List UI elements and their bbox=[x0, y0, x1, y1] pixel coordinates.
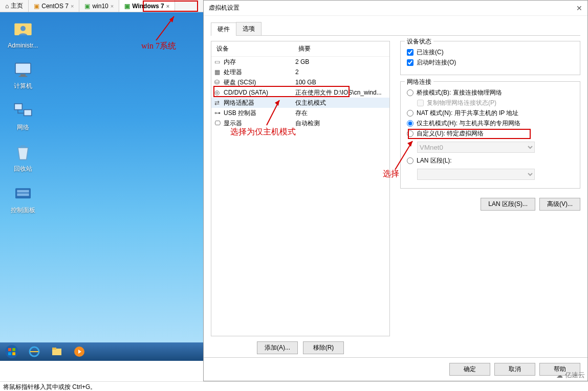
radio-host-only[interactable]: 仅主机模式(H): 与主机共享的专用网络 bbox=[407, 119, 574, 128]
radio-lan-segment[interactable]: LAN 区段(L): bbox=[407, 156, 574, 165]
start-button[interactable] bbox=[2, 344, 21, 359]
svg-rect-4 bbox=[19, 76, 28, 77]
guest-desktop: Administr... 计算机 网络 回收站 控制面板 bbox=[0, 12, 203, 361]
ok-button[interactable]: 确定 bbox=[449, 363, 490, 376]
group-device-state: 设备状态 已连接(C) 启动时连接(O) bbox=[400, 41, 580, 75]
vm-settings-dialog: 虚拟机设置 ✕ 硬件 选项 设备摘要 ▭内存2 GB ▦处理器2 ⛁硬盘 (SC… bbox=[203, 0, 588, 381]
chk-connect-at-poweron[interactable]: 启动时连接(O) bbox=[407, 58, 574, 67]
svg-point-10 bbox=[5, 345, 18, 358]
tab-home[interactable]: ⌂主页 bbox=[0, 0, 29, 12]
radio-bridged[interactable]: 桥接模式(B): 直接连接物理网络 bbox=[407, 88, 574, 97]
status-bar: 将鼠标指针移入其中或按 Ctrl+G。 bbox=[0, 381, 588, 391]
hw-network-adapter[interactable]: ⇄网络适配器仅主机模式 bbox=[211, 98, 389, 108]
svg-rect-9 bbox=[17, 193, 29, 196]
display-icon: 🖵 bbox=[214, 120, 222, 127]
desktop-icon-admin[interactable]: Administr... bbox=[5, 19, 41, 49]
explorer-icon[interactable] bbox=[47, 344, 67, 359]
cloud-icon: ☁ bbox=[556, 372, 563, 379]
cancel-button[interactable]: 取消 bbox=[494, 363, 535, 376]
ie-icon[interactable] bbox=[25, 344, 44, 359]
taskbar bbox=[0, 342, 203, 361]
desktop-icon-control[interactable]: 控制面板 bbox=[5, 183, 41, 215]
svg-rect-14 bbox=[12, 352, 15, 355]
radio-nat[interactable]: NAT 模式(N): 用于共享主机的 IP 地址 bbox=[407, 109, 574, 118]
remove-button[interactable]: 移除(R) bbox=[303, 341, 344, 354]
vmnet-select[interactable]: VMnet0 bbox=[417, 142, 535, 153]
lan-select[interactable] bbox=[417, 169, 535, 180]
hardware-list: 设备摘要 ▭内存2 GB ▦处理器2 ⛁硬盘 (SCSI)100 GB ◎CD/… bbox=[211, 41, 390, 336]
svg-rect-8 bbox=[17, 190, 29, 193]
hw-disk[interactable]: ⛁硬盘 (SCSI)100 GB bbox=[211, 77, 389, 87]
disk-icon: ⛁ bbox=[214, 79, 222, 86]
network-icon: ⇄ bbox=[214, 99, 222, 106]
media-icon[interactable] bbox=[70, 344, 89, 359]
close-icon[interactable]: ✕ bbox=[576, 4, 582, 12]
svg-rect-5 bbox=[14, 104, 22, 110]
desktop-icon-network[interactable]: 网络 bbox=[5, 101, 41, 132]
advanced-button[interactable]: 高级(V)... bbox=[539, 198, 580, 211]
svg-rect-6 bbox=[24, 110, 32, 116]
add-button[interactable]: 添加(A)... bbox=[257, 341, 298, 354]
cd-icon: ◎ bbox=[214, 89, 222, 96]
tab-win10[interactable]: ▣win10× bbox=[79, 0, 119, 12]
vm-icon: ▣ bbox=[124, 3, 130, 10]
desktop-icon-computer[interactable]: 计算机 bbox=[5, 59, 41, 90]
radio-custom[interactable]: 自定义(U): 特定虚拟网络 bbox=[407, 129, 574, 138]
chk-replicate: 复制物理网络连接状态(P) bbox=[417, 99, 574, 107]
close-icon[interactable]: × bbox=[166, 3, 169, 9]
tab-options[interactable]: 选项 bbox=[236, 22, 262, 35]
usb-icon: ⊶ bbox=[214, 109, 222, 117]
tab-windows7[interactable]: ▣Windows 7× bbox=[119, 0, 175, 12]
group-network-connection: 网络连接 桥接模式(B): 直接连接物理网络 复制物理网络连接状态(P) NAT… bbox=[400, 81, 580, 189]
svg-rect-3 bbox=[20, 74, 26, 76]
svg-rect-12 bbox=[12, 348, 15, 351]
chk-connected[interactable]: 已连接(C) bbox=[407, 48, 574, 57]
vm-icon: ▣ bbox=[84, 3, 90, 10]
col-summary: 摘要 bbox=[293, 41, 389, 56]
vm-icon: ▣ bbox=[34, 3, 39, 10]
lan-segments-button[interactable]: LAN 区段(S)... bbox=[481, 198, 535, 211]
watermark: ☁亿速云 bbox=[556, 371, 585, 380]
tab-hardware[interactable]: 硬件 bbox=[211, 22, 236, 36]
hw-display[interactable]: 🖵显示器自动检测 bbox=[211, 118, 389, 128]
close-icon[interactable]: × bbox=[71, 3, 74, 9]
desktop-icon-recycle[interactable]: 回收站 bbox=[5, 142, 41, 173]
memory-icon: ▭ bbox=[214, 58, 222, 65]
col-device: 设备 bbox=[211, 41, 293, 56]
svg-rect-17 bbox=[52, 348, 56, 350]
tab-centos7[interactable]: ▣CentOS 7× bbox=[29, 0, 79, 12]
svg-rect-2 bbox=[15, 63, 31, 74]
hw-usb[interactable]: ⊶USB 控制器存在 bbox=[211, 108, 389, 118]
hw-cddvd[interactable]: ◎CD/DVD (SATA)正在使用文件 D:\IOS\cn_wind... bbox=[211, 87, 389, 98]
dialog-title: 虚拟机设置 bbox=[209, 4, 239, 12]
home-icon: ⌂ bbox=[5, 3, 9, 10]
hw-memory[interactable]: ▭内存2 GB bbox=[211, 57, 389, 67]
svg-rect-13 bbox=[8, 352, 11, 355]
hw-cpu[interactable]: ▦处理器2 bbox=[211, 67, 389, 77]
cpu-icon: ▦ bbox=[214, 68, 222, 76]
close-icon[interactable]: × bbox=[111, 3, 114, 9]
svg-point-1 bbox=[20, 26, 26, 31]
svg-rect-11 bbox=[8, 348, 11, 351]
